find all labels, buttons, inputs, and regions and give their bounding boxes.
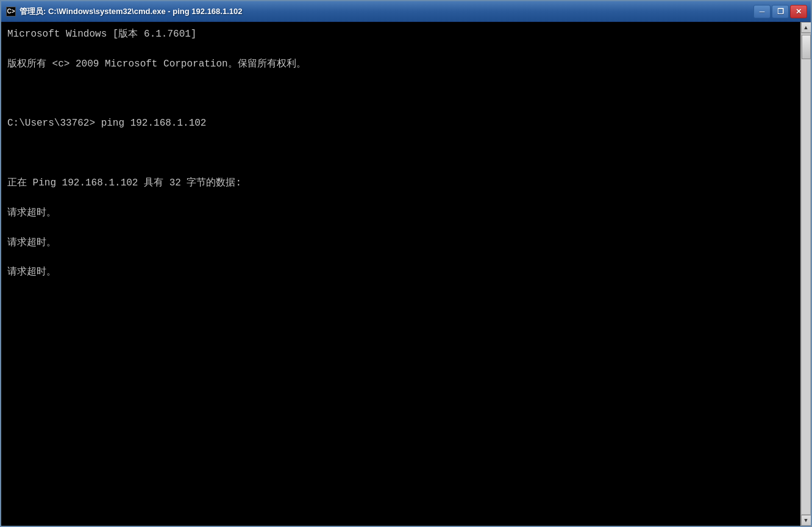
terminal-line: Microsoft Windows [版本 6.1.7601] <box>7 27 794 42</box>
title-bar: C> 管理员: C:\Windows\system32\cmd.exe - pi… <box>1 1 811 22</box>
terminal-line: C:\Users\33762> ping 192.168.1.102 <box>7 116 794 131</box>
scroll-up-button[interactable]: ▲ <box>801 22 811 33</box>
window-content: Microsoft Windows [版本 6.1.7601]版权所有 <c> … <box>1 22 811 526</box>
terminal-output[interactable]: Microsoft Windows [版本 6.1.7601]版权所有 <c> … <box>1 22 800 526</box>
scroll-down-button[interactable]: ▼ <box>801 515 811 526</box>
terminal-line: 请求超时。 <box>7 265 794 280</box>
terminal-line: 请求超时。 <box>7 235 794 251</box>
minimize-button[interactable]: ─ <box>753 5 771 18</box>
scroll-thumb[interactable] <box>802 35 811 59</box>
terminal-line: 版权所有 <c> 2009 Microsoft Corporation。保留所有… <box>7 57 794 72</box>
restore-button[interactable]: ❐ <box>772 5 789 18</box>
scroll-track[interactable] <box>801 33 811 515</box>
scrollbar: ▲ ▼ <box>800 22 811 526</box>
title-bar-left: C> 管理员: C:\Windows\system32\cmd.exe - pi… <box>6 6 242 17</box>
terminal-line <box>7 146 794 161</box>
window-title: 管理员: C:\Windows\system32\cmd.exe - ping … <box>20 6 242 17</box>
cmd-icon: C> <box>6 7 16 16</box>
scroll-down-icon: ▼ <box>803 517 809 523</box>
scroll-up-icon: ▲ <box>803 24 809 30</box>
close-button[interactable]: ✕ <box>790 5 807 18</box>
terminal-line: 正在 Ping 192.168.1.102 具有 32 字节的数据: <box>7 176 794 191</box>
terminal-line: 请求超时。 <box>7 206 794 221</box>
cmd-window: C> 管理员: C:\Windows\system32\cmd.exe - pi… <box>0 0 812 527</box>
terminal-line <box>7 87 794 102</box>
title-bar-buttons: ─ ❐ ✕ <box>753 5 807 18</box>
